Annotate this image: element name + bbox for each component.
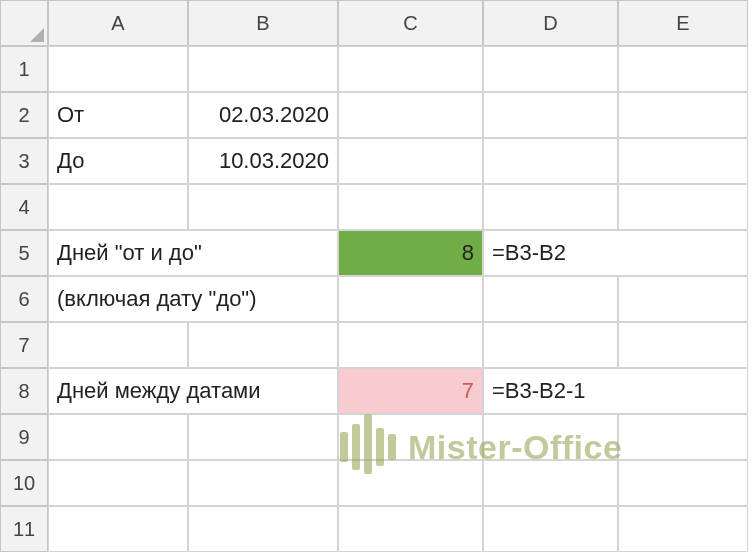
cell-A6[interactable]: (включая дату "до") <box>48 276 338 322</box>
cell-B9[interactable] <box>188 414 338 460</box>
cell-A4[interactable] <box>48 184 188 230</box>
cell-C1[interactable] <box>338 46 483 92</box>
row-header-9[interactable]: 9 <box>0 414 48 460</box>
cell-D9[interactable] <box>483 414 618 460</box>
cell-E11[interactable] <box>618 506 748 552</box>
cell-E4[interactable] <box>618 184 748 230</box>
cell-E9[interactable] <box>618 414 748 460</box>
cell-E7[interactable] <box>618 322 748 368</box>
cell-C5[interactable]: 8 <box>338 230 483 276</box>
cell-A9[interactable] <box>48 414 188 460</box>
cell-B11[interactable] <box>188 506 338 552</box>
cell-C10[interactable] <box>338 460 483 506</box>
cell-D6[interactable] <box>483 276 618 322</box>
cell-D10[interactable] <box>483 460 618 506</box>
cell-A2[interactable]: От <box>48 92 188 138</box>
col-header-B[interactable]: B <box>188 0 338 46</box>
spreadsheet-grid: A B C D E 1 2 От 02.03.2020 3 До 10.03.2… <box>0 0 752 552</box>
cell-A10[interactable] <box>48 460 188 506</box>
row-header-1[interactable]: 1 <box>0 46 48 92</box>
cell-C11[interactable] <box>338 506 483 552</box>
row-header-7[interactable]: 7 <box>0 322 48 368</box>
cell-A7[interactable] <box>48 322 188 368</box>
cell-B10[interactable] <box>188 460 338 506</box>
row-header-5[interactable]: 5 <box>0 230 48 276</box>
cell-D7[interactable] <box>483 322 618 368</box>
cell-D5[interactable]: =B3-B2 <box>483 230 748 276</box>
cell-C2[interactable] <box>338 92 483 138</box>
col-header-A[interactable]: A <box>48 0 188 46</box>
cell-B1[interactable] <box>188 46 338 92</box>
cell-A3[interactable]: До <box>48 138 188 184</box>
cell-D3[interactable] <box>483 138 618 184</box>
row-header-3[interactable]: 3 <box>0 138 48 184</box>
cell-E6[interactable] <box>618 276 748 322</box>
cell-E2[interactable] <box>618 92 748 138</box>
cell-C3[interactable] <box>338 138 483 184</box>
row-header-11[interactable]: 11 <box>0 506 48 552</box>
cell-D11[interactable] <box>483 506 618 552</box>
col-header-C[interactable]: C <box>338 0 483 46</box>
cell-B7[interactable] <box>188 322 338 368</box>
cell-A1[interactable] <box>48 46 188 92</box>
cell-B2[interactable]: 02.03.2020 <box>188 92 338 138</box>
row-header-10[interactable]: 10 <box>0 460 48 506</box>
cell-C4[interactable] <box>338 184 483 230</box>
cell-E1[interactable] <box>618 46 748 92</box>
row-header-8[interactable]: 8 <box>0 368 48 414</box>
cell-C7[interactable] <box>338 322 483 368</box>
cell-D1[interactable] <box>483 46 618 92</box>
cell-A11[interactable] <box>48 506 188 552</box>
cell-D4[interactable] <box>483 184 618 230</box>
cell-C6[interactable] <box>338 276 483 322</box>
cell-C8[interactable]: 7 <box>338 368 483 414</box>
row-header-2[interactable]: 2 <box>0 92 48 138</box>
row-header-4[interactable]: 4 <box>0 184 48 230</box>
col-header-D[interactable]: D <box>483 0 618 46</box>
col-header-E[interactable]: E <box>618 0 748 46</box>
cell-A8[interactable]: Дней между датами <box>48 368 338 414</box>
cell-C9[interactable] <box>338 414 483 460</box>
row-header-6[interactable]: 6 <box>0 276 48 322</box>
cell-E10[interactable] <box>618 460 748 506</box>
cell-A5[interactable]: Дней "от и до" <box>48 230 338 276</box>
cell-E3[interactable] <box>618 138 748 184</box>
cell-B4[interactable] <box>188 184 338 230</box>
cell-D8[interactable]: =B3-B2-1 <box>483 368 748 414</box>
select-all-corner[interactable] <box>0 0 48 46</box>
cell-B3[interactable]: 10.03.2020 <box>188 138 338 184</box>
cell-D2[interactable] <box>483 92 618 138</box>
